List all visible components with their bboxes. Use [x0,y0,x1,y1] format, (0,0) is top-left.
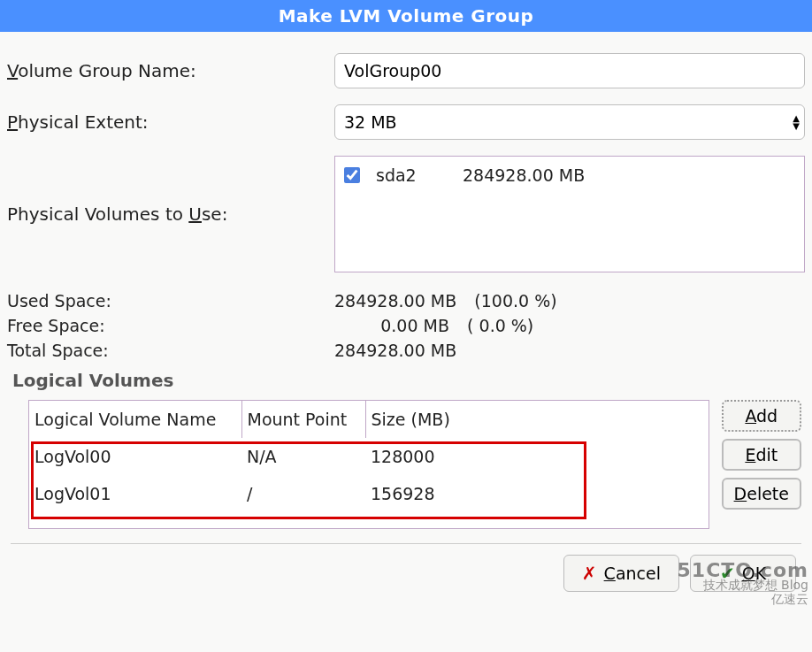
lv-cell-mount: N/A [241,438,365,475]
pv-checkbox-sda2[interactable] [344,167,360,183]
lv-cell-name: LogVol00 [29,438,241,475]
vg-name-label: Volume Group Name: [7,60,334,81]
total-space-label: Total Space: [7,338,334,363]
physical-extent-select-wrap[interactable]: ▲▼ [334,104,805,140]
delete-button[interactable]: Delete [722,478,801,510]
free-space-pct: ( 0.0 %) [456,313,533,338]
pv-name: sda2 [376,165,447,185]
add-button[interactable]: Add [722,400,801,432]
divider [11,543,801,544]
lv-header-name[interactable]: Logical Volume Name [29,401,241,438]
pv-size: 284928.00 MB [463,165,585,185]
lv-table-wrap: Logical Volume Name Mount Point Size (MB… [28,400,709,529]
ok-button[interactable]: ✔ OK [690,555,796,592]
lv-cell-size: 156928 [365,475,709,512]
space-info: Used Space: 284928.00 MB (100.0 %) Free … [7,288,805,363]
lv-container: Logical Volume Name Mount Point Size (MB… [28,400,801,529]
logical-volumes-label: Logical Volumes [12,370,805,391]
lv-header-size[interactable]: Size (MB) [365,401,709,438]
used-space-value: 284928.00 MB [334,288,456,313]
physical-extent-select[interactable] [334,104,805,140]
total-space-value: 284928.00 MB [334,338,456,363]
edit-button[interactable]: Edit [722,439,801,471]
free-space-value: 0.00 MB [334,313,449,338]
lv-cell-size: 128000 [365,438,709,475]
lv-header-mount[interactable]: Mount Point [241,401,365,438]
used-space-row: Used Space: 284928.00 MB (100.0 %) [7,288,805,313]
physical-extent-row: Physical Extent: ▲▼ [7,104,805,140]
lv-cell-name: LogVol01 [29,475,241,512]
vg-name-row: Volume Group Name: [7,53,805,88]
pv-use-row: Physical Volumes to Use: sda2 284928.00 … [7,156,805,272]
used-space-pct: (100.0 %) [463,288,556,313]
dialog-title-bar: Make LVM Volume Group [0,0,812,32]
dialog-title: Make LVM Volume Group [279,5,534,27]
lv-header-row: Logical Volume Name Mount Point Size (MB… [29,401,709,438]
ok-label: OK [742,564,766,583]
lv-row-0[interactable]: LogVol00 N/A 128000 [29,438,709,475]
lv-buttons: Add Edit Delete [722,400,801,529]
lv-table: Logical Volume Name Mount Point Size (MB… [29,401,709,512]
dialog-content: Volume Group Name: Physical Extent: ▲▼ P… [0,32,812,608]
pv-list: sda2 284928.00 MB [334,156,805,272]
cancel-label: Cancel [604,564,661,583]
dialog-actions: ✗ Cancel ✔ OK [7,555,805,601]
total-space-row: Total Space: 284928.00 MB [7,338,805,363]
pv-item-sda2[interactable]: sda2 284928.00 MB [342,164,797,187]
free-space-row: Free Space: 0.00 MB ( 0.0 %) [7,313,805,338]
cancel-button[interactable]: ✗ Cancel [563,555,679,592]
ok-icon: ✔ [720,563,735,584]
vg-name-input[interactable] [334,53,805,88]
used-space-label: Used Space: [7,288,334,313]
pv-use-label: Physical Volumes to Use: [7,203,334,225]
cancel-icon: ✗ [582,563,597,584]
free-space-label: Free Space: [7,313,334,338]
lv-row-1[interactable]: LogVol01 / 156928 [29,475,709,512]
physical-extent-label: Physical Extent: [7,111,334,133]
lv-cell-mount: / [241,475,365,512]
